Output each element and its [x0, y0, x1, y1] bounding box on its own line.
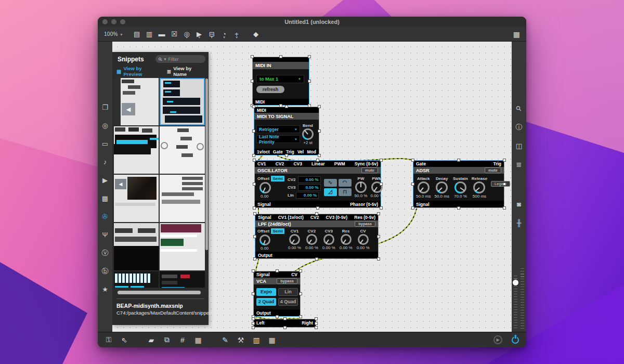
mixer-icon[interactable]: ╫ — [516, 219, 521, 227]
osc-mute-button[interactable]: mute — [361, 167, 378, 173]
tools-icon[interactable]: ⚒ — [233, 336, 249, 344]
plugins-icon[interactable]: Ψ — [102, 231, 108, 239]
selection-handle[interactable] — [279, 55, 282, 58]
paint-bucket-icon[interactable]: ◆ — [250, 29, 262, 40]
selection-handle[interactable] — [252, 105, 255, 108]
selection-handle[interactable] — [411, 159, 414, 162]
slider-icon[interactable]: ⊟▼ — [206, 29, 217, 40]
selection-handle[interactable] — [308, 80, 311, 83]
selection-handle[interactable] — [315, 322, 318, 325]
vca-lin-button[interactable]: Lin — [278, 288, 298, 296]
reference-icon[interactable]: ◫ — [516, 142, 522, 150]
selection-handle[interactable] — [299, 315, 302, 318]
selection-handle[interactable] — [315, 326, 318, 329]
max-for-live-icon[interactable]: ▭ — [102, 140, 108, 148]
snippets-horizontal-scrollbar[interactable] — [118, 291, 201, 294]
module-midi-in[interactable]: MIDI IN to Max 1▼ refresh MIDI — [252, 57, 309, 106]
selection-handle[interactable] — [318, 129, 321, 133]
selection-handle[interactable] — [285, 105, 288, 108]
wave-sine-button[interactable]: ∿ — [324, 179, 337, 187]
snippet-thumbnail[interactable] — [160, 175, 205, 222]
selection-handle[interactable] — [503, 159, 506, 162]
vca-expo-button[interactable]: Expo — [256, 288, 276, 296]
snippet-thumbnail[interactable] — [160, 223, 205, 270]
selection-handle[interactable] — [252, 326, 255, 329]
keyboard-icon[interactable]: ▥ — [249, 336, 264, 344]
selection-handle[interactable] — [380, 183, 383, 186]
selection-handle[interactable] — [318, 154, 321, 157]
selection-handle[interactable] — [283, 317, 287, 320]
layers-icon[interactable]: ⧉ — [159, 335, 175, 344]
cv2-value[interactable]: 0.00 % — [298, 176, 321, 183]
selection-handle[interactable] — [252, 322, 255, 325]
selection-handle[interactable] — [308, 55, 311, 58]
gain-slider[interactable] — [514, 268, 524, 329]
selection-handle[interactable] — [276, 315, 279, 318]
legato-button[interactable]: Legato — [491, 181, 510, 187]
selection-handle[interactable] — [457, 159, 460, 162]
retrigger-dropdown[interactable]: Retrigger▼ — [256, 125, 300, 133]
snippets-filter[interactable]: ⚲▼ — [155, 55, 205, 63]
dial-icon[interactable]: ◔▼ — [218, 29, 230, 40]
selection-handle[interactable] — [411, 206, 414, 210]
attack-knob[interactable] — [418, 181, 430, 193]
selection-handle[interactable] — [316, 206, 319, 210]
module-vca[interactable]: Signal CV VCAbypass Expo Lin 2 Quad 4 Qu… — [253, 271, 301, 317]
selection-handle[interactable] — [253, 206, 256, 210]
selection-handle[interactable] — [252, 317, 255, 320]
snippet-thumbnail[interactable]: ◀ — [114, 78, 159, 125]
add-object-icon[interactable]: +▼ — [231, 29, 242, 40]
bend-knob[interactable] — [302, 128, 314, 140]
instruments-icon[interactable]: ♪ — [103, 159, 107, 166]
selection-handle[interactable] — [251, 80, 254, 83]
selection-handle[interactable] — [380, 159, 383, 162]
sustain-knob[interactable] — [454, 181, 466, 193]
selection-handle[interactable] — [253, 183, 256, 186]
audio-power-icon[interactable] — [512, 336, 519, 344]
selection-handle[interactable] — [315, 317, 318, 320]
selection-handle[interactable] — [377, 235, 380, 238]
patcher-grid-icon[interactable]: ▦ — [513, 30, 520, 38]
comment-icon[interactable]: ▬ — [156, 29, 167, 40]
select-mode-icon[interactable]: ⇖ — [116, 336, 132, 344]
selection-handle[interactable] — [252, 269, 255, 272]
snippets-icon[interactable]: ✇ — [102, 213, 108, 220]
module-stereo-out[interactable]: Left Right — [253, 319, 316, 328]
lpf-offset-knob[interactable] — [259, 235, 270, 245]
snippet-thumbnail[interactable] — [160, 126, 205, 174]
selection-handle[interactable] — [315, 212, 318, 215]
snippet-thumbnail[interactable] — [114, 271, 159, 288]
module-midi-to-signal[interactable]: MIDI MIDI TO SIGNAL Retrigger▼ Last Note… — [254, 107, 319, 155]
grid-snap-icon[interactable]: ▦ — [190, 336, 206, 344]
snippet-thumbnail[interactable] — [114, 223, 159, 270]
inspector-icon[interactable]: ⓘ — [516, 124, 523, 131]
tab-view-by-preview[interactable]: ▦View by Preview — [116, 66, 160, 77]
note-priority-dropdown[interactable]: Last Note Priority▼ — [256, 135, 300, 143]
vca-4quad-button[interactable]: 4 Quad — [278, 298, 298, 306]
zoom-level-select[interactable]: 100% ▼ — [104, 31, 123, 37]
snapshot-icon[interactable]: ◙ — [517, 201, 521, 208]
lpf-cv2-knob[interactable] — [306, 234, 317, 245]
filter-input[interactable] — [168, 57, 197, 62]
selection-handle[interactable] — [253, 235, 256, 238]
wave-square-button[interactable]: ⊓ — [339, 188, 352, 196]
module-lpf[interactable]: Signal CV1 (1v/oct) CV2 CV3 (0-5v) Res (… — [255, 214, 379, 259]
object-box-icon[interactable]: ▤ — [131, 29, 142, 40]
video-icon[interactable]: ▶ — [102, 177, 108, 184]
console-icon[interactable]: ≣ — [516, 161, 522, 168]
objects-icon[interactable]: ❐ — [102, 104, 108, 111]
message-box-icon[interactable]: ▥ — [144, 29, 155, 40]
wave-triangle-button[interactable]: ◠ — [339, 179, 352, 187]
selection-handle[interactable] — [503, 206, 506, 210]
number-box-icon[interactable]: ◎▼ — [181, 29, 192, 40]
selection-handle[interactable] — [283, 326, 287, 329]
release-knob[interactable] — [473, 181, 485, 193]
semi-toggle[interactable]: Semi — [271, 176, 284, 181]
align-icon[interactable]: # — [175, 336, 190, 344]
selection-handle[interactable] — [316, 159, 319, 162]
beap-icon[interactable]: ⓑ — [102, 268, 109, 275]
search-icon[interactable]: ⚲ — [515, 105, 524, 113]
selection-handle[interactable] — [503, 183, 506, 186]
refresh-button[interactable]: refresh — [256, 86, 284, 93]
presentation-icon[interactable]: ▰ — [144, 336, 159, 344]
